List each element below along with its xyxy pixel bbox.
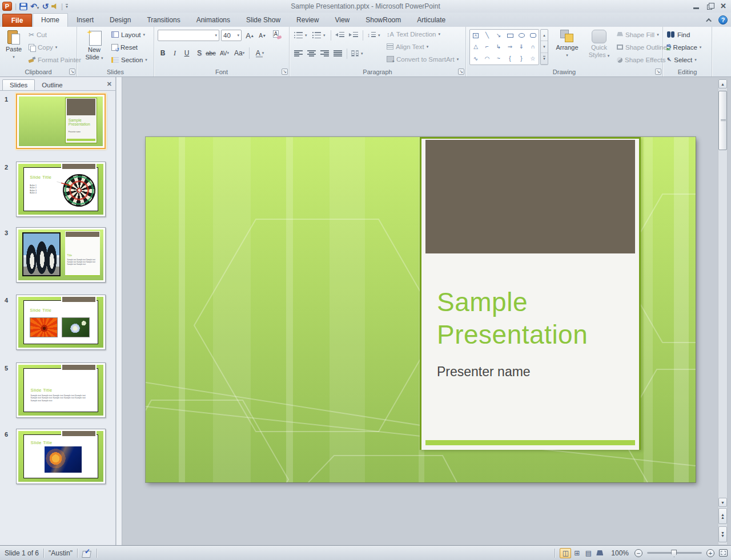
scribble-shape-icon[interactable]: ∿ [473, 56, 478, 62]
slide-canvas[interactable]: Sample Presentation Presenter name [146, 137, 696, 482]
section-button[interactable]: Section▾ [111, 54, 147, 66]
previous-slide-button[interactable]: ▲▲ [718, 508, 727, 524]
slide-4-thumbnail[interactable]: Slide Title [16, 295, 106, 350]
gallery-more-icon[interactable]: ▾ [541, 53, 548, 65]
increase-indent-button[interactable] [349, 29, 358, 41]
gallery-scroll-up-icon[interactable]: ▲ [541, 30, 548, 41]
tab-articulate[interactable]: Articulate [409, 14, 453, 27]
customize-qat-icon[interactable]: ▾ [66, 4, 68, 9]
slide-5-thumbnail[interactable]: Slide Title Sample text Sample text Samp… [16, 362, 106, 418]
star-shape-icon[interactable]: ☆ [531, 56, 536, 62]
cut-button[interactable]: ✂ Cut [29, 29, 47, 41]
line-spacing-button[interactable]: ↕▾ [367, 29, 380, 41]
brown-image-placeholder[interactable] [425, 140, 635, 253]
scrollbar-thumb[interactable] [718, 91, 727, 150]
slide-subtitle-text[interactable]: Presenter name [437, 364, 531, 380]
font-color-button[interactable]: A▾ [255, 47, 265, 59]
arrow-line-shape-icon[interactable]: ↘ [496, 33, 501, 38]
find-button[interactable]: Find [666, 29, 690, 41]
text-direction-button[interactable]: ↕A Text Direction▾ [387, 28, 440, 40]
tab-home[interactable]: Home [33, 13, 68, 27]
align-text-button[interactable]: Align Text▾ [387, 41, 428, 53]
gallery-scroll-down-icon[interactable]: ▼ [541, 41, 548, 53]
tab-transitions[interactable]: Transitions [139, 14, 188, 27]
tab-slides[interactable]: Slides [2, 79, 35, 90]
triangle-shape-icon[interactable]: △ [473, 44, 478, 50]
tab-outline[interactable]: Outline [35, 80, 69, 90]
close-panel-icon[interactable]: ✕ [107, 80, 112, 88]
tab-insert[interactable]: Insert [69, 14, 102, 27]
format-painter-button[interactable]: Format Painter [29, 54, 81, 66]
tab-review[interactable]: Review [288, 14, 327, 27]
font-dialog-launcher-icon[interactable]: ↘ [282, 69, 288, 75]
arrange-button[interactable]: Arrange▾ [552, 28, 583, 66]
zoom-in-icon[interactable]: + [706, 549, 714, 557]
undo-button[interactable]: ↶▾ [30, 2, 39, 11]
columns-button[interactable]: ▾ [351, 47, 363, 59]
spell-check-icon[interactable] [82, 549, 92, 557]
tab-design[interactable]: Design [102, 14, 139, 27]
close-icon[interactable]: ✕ [720, 2, 726, 10]
align-right-button[interactable] [320, 47, 329, 59]
tab-animations[interactable]: Animations [188, 14, 238, 27]
slide-2-thumbnail[interactable]: Slide Title Bullet 1 Bullet 2 Bullet 3 B… [16, 162, 106, 217]
clipboard-dialog-launcher-icon[interactable]: ↘ [69, 69, 75, 75]
decrease-indent-button[interactable] [335, 29, 344, 41]
layout-button[interactable]: Layout▾ [111, 29, 145, 41]
font-name-combo[interactable]: ▾ [158, 30, 219, 41]
shape-fill-button[interactable]: Shape Fill▾ [617, 29, 659, 41]
paste-button[interactable]: Paste▾ [1, 28, 26, 66]
convert-smartart-button[interactable]: Convert to SmartArt▾ [387, 53, 459, 65]
slide-6-thumbnail[interactable]: Slide Title [16, 429, 106, 484]
slide-sorter-view-button[interactable]: ⊞ [571, 548, 583, 558]
next-slide-button[interactable]: ▼▼ [718, 526, 727, 542]
vertical-scrollbar[interactable]: ▲ ▼ ▲▲ ▼▼ [718, 79, 728, 545]
reset-button[interactable]: Reset [111, 41, 138, 53]
speaker-icon[interactable] [51, 3, 58, 10]
select-button[interactable]: ↖ Select▾ [666, 54, 697, 66]
tab-showroom[interactable]: ShowRoom [358, 14, 409, 27]
shapes-gallery-scroll[interactable]: ▲ ▼ ▾ [540, 29, 548, 65]
shapes-gallery[interactable]: A ╲ ↘ △ ⌐ ↳ ⇒ ⇓ ∩ ∿ ◠ ~ { } ☆ [469, 29, 539, 65]
replace-button[interactable]: abac Replace▾ [666, 41, 701, 53]
align-left-button[interactable] [294, 47, 303, 59]
arc-shape-icon[interactable]: ∩ [531, 44, 535, 50]
slide-show-button[interactable] [594, 548, 605, 558]
strikethrough-button[interactable]: abc [206, 47, 216, 59]
block-arrow-down-shape-icon[interactable]: ⇓ [519, 44, 524, 50]
slide-title-text[interactable]: Sample Presentation [437, 286, 614, 351]
align-center-button[interactable] [307, 47, 316, 59]
bullets-button[interactable]: ▾ [294, 29, 307, 41]
scroll-down-icon[interactable]: ▼ [718, 498, 727, 507]
justify-button[interactable] [334, 47, 342, 59]
left-brace-shape-icon[interactable]: { [509, 56, 511, 62]
curve-shape-icon[interactable]: ◠ [485, 56, 490, 62]
restore-icon[interactable] [707, 5, 712, 10]
clear-formatting-button[interactable] [272, 29, 282, 41]
zoom-slider[interactable] [647, 552, 702, 554]
elbow-arrow-shape-icon[interactable]: ↳ [496, 44, 501, 50]
character-spacing-button[interactable]: AV▾ [219, 47, 230, 59]
freeform-shape-icon[interactable]: ~ [497, 56, 500, 62]
rounded-rectangle-shape-icon[interactable] [530, 33, 536, 38]
font-size-combo[interactable]: 40▾ [221, 30, 242, 41]
slide-3-thumbnail[interactable]: Title Sample text Sample text Sample tex… [16, 227, 106, 283]
numbering-button[interactable]: ▾ [312, 29, 326, 41]
fit-to-window-icon[interactable] [719, 549, 728, 557]
block-arrow-right-shape-icon[interactable]: ⇒ [508, 44, 512, 50]
panel-splitter[interactable] [117, 77, 122, 545]
elbow-connector-shape-icon[interactable]: ⌐ [485, 44, 489, 50]
shrink-font-button[interactable]: A▾ [257, 30, 267, 41]
scroll-up-icon[interactable]: ▲ [718, 79, 727, 88]
oval-shape-icon[interactable] [519, 33, 525, 38]
new-slide-button[interactable]: New Slide ▾ [79, 28, 109, 66]
powerpoint-logo-icon[interactable]: P [2, 2, 12, 11]
zoom-slider-thumb[interactable] [671, 550, 677, 557]
shape-effects-button[interactable]: Shape Effects▾ [617, 54, 670, 66]
normal-view-button[interactable]: ◫ [560, 548, 571, 558]
slide-1-thumbnail[interactable]: Sample Presentation Presenter name [16, 94, 106, 149]
change-case-button[interactable]: Aa▾ [234, 47, 244, 59]
text-shadow-button[interactable]: S [194, 47, 204, 59]
grow-font-button[interactable]: A▴ [244, 30, 255, 41]
tab-slideshow[interactable]: Slide Show [238, 14, 288, 27]
